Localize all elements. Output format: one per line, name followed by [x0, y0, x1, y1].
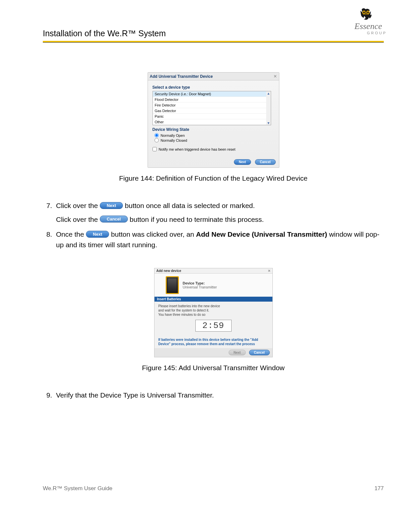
next-button-inline: Next	[100, 202, 123, 209]
battery-warning-note: If batteries were installed in this devi…	[154, 338, 272, 348]
radio-normally-closed[interactable]: Normally Closed	[154, 138, 278, 142]
step-text: Once the	[56, 230, 86, 238]
list-item[interactable]: Security Device (i.e.: Door Magnet)	[153, 91, 271, 97]
svg-point-3	[367, 12, 369, 14]
cancel-button-inline: Cancel	[100, 216, 128, 223]
step-7: Click over the Next button once all data…	[54, 200, 384, 224]
list-item[interactable]: Gas Detector	[153, 108, 271, 114]
step-8: Once the Next button was clicked over, a…	[54, 229, 384, 250]
next-button: Next	[229, 350, 246, 355]
footer-left: We.R™ System User Guide	[43, 485, 112, 492]
dialog-titlebar: Add Universal Transmitter Device ✕	[148, 73, 279, 80]
bold-window-name: Add New Device (Universal Transmitter)	[196, 230, 327, 238]
step-text: Click over the	[56, 202, 100, 209]
page-footer: We.R™ System User Guide 177	[43, 485, 384, 492]
next-button[interactable]: Next	[234, 159, 251, 165]
wiring-state-label: Device Wiring State	[153, 127, 278, 132]
step-9: Verify that the Device Type is Universal…	[54, 390, 384, 401]
list-item[interactable]: Other	[153, 119, 271, 125]
step-text: Verify that the Device Type is Universal…	[56, 391, 214, 399]
svg-text:GROUP: GROUP	[367, 31, 387, 35]
dialog-titlebar: Add new device ✕	[154, 268, 272, 274]
checkbox-label: Notify me when triggered device has been…	[159, 147, 236, 151]
list-item[interactable]: Fire Detector	[153, 103, 271, 108]
close-icon[interactable]: ✕	[273, 74, 277, 79]
step-text: button once all data is selected or mark…	[125, 202, 255, 209]
select-device-type-label: Select a device type	[153, 85, 278, 90]
radio-input[interactable]	[154, 133, 159, 137]
device-type-row: Device Type: Universal Transmitter	[154, 274, 272, 297]
device-thumbnail-icon	[166, 276, 179, 294]
instruction-line: Please insert batteries into the new dev…	[158, 304, 268, 308]
close-icon[interactable]: ✕	[268, 269, 270, 273]
countdown-timer: 2:59	[195, 320, 232, 332]
dialog-title: Add new device	[156, 269, 182, 273]
add-transmitter-dialog: Add Universal Transmitter Device ✕ Selec…	[148, 72, 279, 168]
cancel-button[interactable]: Cancel	[249, 350, 270, 355]
device-type-listbox[interactable]: Security Device (i.e.: Door Magnet) Floo…	[153, 91, 271, 125]
figure-144-caption: Figure 144: Definition of Function of th…	[43, 174, 384, 182]
list-item[interactable]: Flood Detector	[153, 97, 271, 103]
svg-text:Essence: Essence	[354, 21, 382, 31]
page-header: Installation of the We.R™ System Essence…	[43, 13, 384, 40]
instruction-line: You have three minutes to do so	[158, 313, 268, 316]
instruction-list: Click over the Next button once all data…	[43, 200, 384, 250]
device-type-label: Device Type:	[183, 281, 217, 285]
step-text: Click over the	[56, 216, 100, 223]
radio-label: Normally Closed	[161, 138, 187, 142]
brand-logo: Essence GROUP	[352, 7, 395, 37]
step-text: button if you need to terminate this pro…	[130, 216, 264, 223]
radio-label: Normally Open	[161, 134, 185, 137]
add-new-device-dialog: Add new device ✕ Device Type: Universal …	[154, 268, 273, 357]
dialog-body: Please insert batteries into the new dev…	[154, 302, 272, 338]
list-item[interactable]: Panic	[153, 114, 271, 119]
step-bar-insert-batteries: Insert Batteries	[154, 297, 272, 302]
dialog-title: Add Universal Transmitter Device	[150, 74, 213, 79]
cancel-button[interactable]: Cancel	[255, 159, 276, 165]
instruction-line: and wait for the system to detect it.	[158, 309, 268, 312]
svg-point-2	[363, 12, 365, 14]
next-button-inline: Next	[86, 231, 109, 238]
chevron-up-icon[interactable]: ▴	[267, 91, 269, 95]
radio-normally-open[interactable]: Normally Open	[154, 133, 278, 137]
notify-checkbox-row[interactable]: Notify me when triggered device has been…	[153, 147, 278, 151]
device-type-value: Universal Transmitter	[183, 285, 217, 289]
instruction-list: Verify that the Device Type is Universal…	[43, 390, 384, 401]
listbox-scrollbar[interactable]: ▴ ▾	[266, 91, 271, 125]
notify-checkbox[interactable]	[153, 147, 157, 151]
chevron-down-icon[interactable]: ▾	[267, 121, 269, 125]
page-number: 177	[375, 485, 384, 492]
step-text: button was clicked over, an	[111, 230, 196, 238]
radio-input[interactable]	[154, 138, 159, 142]
page-title: Installation of the We.R™ System	[43, 29, 166, 38]
figure-145-caption: Figure 145: Add Universal Transmitter Wi…	[43, 364, 384, 372]
